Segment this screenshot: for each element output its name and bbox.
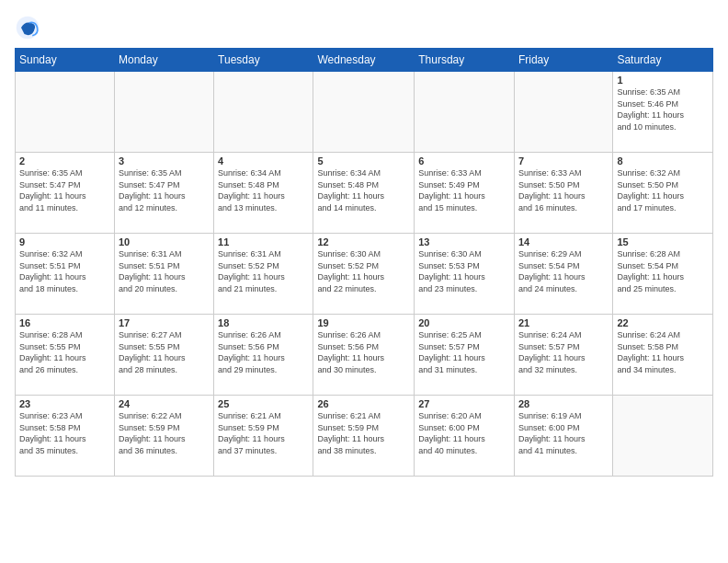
day-info: Sunrise: 6:23 AM Sunset: 5:58 PM Dayligh… [19, 410, 110, 456]
day-info: Sunrise: 6:26 AM Sunset: 5:56 PM Dayligh… [218, 329, 309, 375]
day-header-tuesday: Tuesday [214, 49, 313, 72]
calendar-header-row: SundayMondayTuesdayWednesdayThursdayFrid… [16, 49, 713, 72]
day-info: Sunrise: 6:27 AM Sunset: 5:55 PM Dayligh… [119, 329, 210, 375]
day-number: 10 [119, 236, 210, 247]
day-info: Sunrise: 6:31 AM Sunset: 5:51 PM Dayligh… [119, 248, 210, 294]
calendar-table: SundayMondayTuesdayWednesdayThursdayFrid… [15, 48, 713, 477]
day-info: Sunrise: 6:32 AM Sunset: 5:50 PM Dayligh… [617, 167, 709, 213]
day-header-friday: Friday [514, 49, 613, 72]
day-info: Sunrise: 6:21 AM Sunset: 5:59 PM Dayligh… [317, 410, 410, 456]
day-number: 13 [418, 236, 510, 247]
day-number: 7 [518, 155, 609, 167]
day-info: Sunrise: 6:24 AM Sunset: 5:57 PM Dayligh… [518, 329, 609, 375]
calendar-day [415, 72, 515, 153]
day-header-sunday: Sunday [16, 49, 115, 72]
calendar-day: 9Sunrise: 6:32 AM Sunset: 5:51 PM Daylig… [16, 234, 115, 315]
calendar-day: 28Sunrise: 6:19 AM Sunset: 6:00 PM Dayli… [514, 396, 613, 477]
day-number: 22 [617, 317, 709, 328]
calendar-day [514, 72, 613, 153]
calendar-day: 3Sunrise: 6:35 AM Sunset: 5:47 PM Daylig… [114, 153, 213, 234]
calendar-day: 1Sunrise: 6:35 AM Sunset: 5:46 PM Daylig… [613, 72, 713, 153]
day-header-thursday: Thursday [415, 49, 515, 72]
day-info: Sunrise: 6:24 AM Sunset: 5:58 PM Dayligh… [617, 329, 709, 375]
day-info: Sunrise: 6:31 AM Sunset: 5:52 PM Dayligh… [218, 248, 309, 294]
day-header-monday: Monday [114, 49, 213, 72]
calendar-day [613, 396, 713, 477]
calendar-day: 10Sunrise: 6:31 AM Sunset: 5:51 PM Dayli… [114, 234, 213, 315]
day-info: Sunrise: 6:30 AM Sunset: 5:53 PM Dayligh… [418, 248, 510, 294]
day-info: Sunrise: 6:35 AM Sunset: 5:47 PM Dayligh… [19, 167, 110, 213]
day-info: Sunrise: 6:33 AM Sunset: 5:49 PM Dayligh… [418, 167, 510, 213]
day-info: Sunrise: 6:29 AM Sunset: 5:54 PM Dayligh… [518, 248, 609, 294]
day-number: 5 [317, 155, 410, 167]
day-number: 15 [617, 236, 709, 247]
calendar-day: 8Sunrise: 6:32 AM Sunset: 5:50 PM Daylig… [613, 153, 713, 234]
day-number: 1 [617, 75, 709, 86]
day-number: 20 [418, 317, 510, 328]
calendar-day: 7Sunrise: 6:33 AM Sunset: 5:50 PM Daylig… [514, 153, 613, 234]
calendar-day [114, 72, 213, 153]
calendar-day: 4Sunrise: 6:34 AM Sunset: 5:48 PM Daylig… [214, 153, 313, 234]
calendar-day: 19Sunrise: 6:26 AM Sunset: 5:56 PM Dayli… [313, 315, 415, 396]
calendar-week-3: 9Sunrise: 6:32 AM Sunset: 5:51 PM Daylig… [16, 234, 713, 315]
day-number: 12 [317, 236, 410, 247]
day-number: 14 [518, 236, 609, 247]
calendar-week-5: 23Sunrise: 6:23 AM Sunset: 5:58 PM Dayli… [16, 396, 713, 477]
day-info: Sunrise: 6:30 AM Sunset: 5:52 PM Dayligh… [317, 248, 410, 294]
calendar-day: 23Sunrise: 6:23 AM Sunset: 5:58 PM Dayli… [16, 396, 115, 477]
day-number: 6 [418, 155, 510, 167]
calendar-day: 16Sunrise: 6:28 AM Sunset: 5:55 PM Dayli… [16, 315, 115, 396]
calendar-day [16, 72, 115, 153]
calendar-day: 18Sunrise: 6:26 AM Sunset: 5:56 PM Dayli… [214, 315, 313, 396]
logo-icon [15, 15, 40, 40]
day-info: Sunrise: 6:26 AM Sunset: 5:56 PM Dayligh… [317, 329, 410, 375]
calendar-day: 21Sunrise: 6:24 AM Sunset: 5:57 PM Dayli… [514, 315, 613, 396]
day-info: Sunrise: 6:19 AM Sunset: 6:00 PM Dayligh… [518, 410, 609, 456]
day-number: 16 [19, 317, 110, 328]
day-number: 19 [317, 317, 410, 328]
day-info: Sunrise: 6:34 AM Sunset: 5:48 PM Dayligh… [218, 167, 309, 213]
calendar-day: 25Sunrise: 6:21 AM Sunset: 5:59 PM Dayli… [214, 396, 313, 477]
calendar-day: 12Sunrise: 6:30 AM Sunset: 5:52 PM Dayli… [313, 234, 415, 315]
day-info: Sunrise: 6:35 AM Sunset: 5:46 PM Dayligh… [617, 86, 709, 132]
calendar-day: 2Sunrise: 6:35 AM Sunset: 5:47 PM Daylig… [16, 153, 115, 234]
day-number: 23 [19, 398, 110, 409]
day-number: 18 [218, 317, 309, 328]
calendar-day: 14Sunrise: 6:29 AM Sunset: 5:54 PM Dayli… [514, 234, 613, 315]
logo [15, 15, 42, 40]
day-info: Sunrise: 6:25 AM Sunset: 5:57 PM Dayligh… [418, 329, 510, 375]
day-info: Sunrise: 6:33 AM Sunset: 5:50 PM Dayligh… [518, 167, 609, 213]
day-info: Sunrise: 6:34 AM Sunset: 5:48 PM Dayligh… [317, 167, 410, 213]
day-number: 27 [418, 398, 510, 409]
day-number: 8 [617, 155, 709, 167]
day-number: 4 [218, 155, 309, 167]
day-number: 25 [218, 398, 309, 409]
calendar-day: 24Sunrise: 6:22 AM Sunset: 5:59 PM Dayli… [114, 396, 213, 477]
calendar-week-2: 2Sunrise: 6:35 AM Sunset: 5:47 PM Daylig… [16, 153, 713, 234]
day-number: 11 [218, 236, 309, 247]
header [15, 11, 713, 40]
day-number: 17 [119, 317, 210, 328]
calendar-day [313, 72, 415, 153]
calendar-week-1: 1Sunrise: 6:35 AM Sunset: 5:46 PM Daylig… [16, 72, 713, 153]
day-info: Sunrise: 6:28 AM Sunset: 5:54 PM Dayligh… [617, 248, 709, 294]
calendar-day: 5Sunrise: 6:34 AM Sunset: 5:48 PM Daylig… [313, 153, 415, 234]
day-number: 24 [119, 398, 210, 409]
day-number: 26 [317, 398, 410, 409]
calendar-day: 22Sunrise: 6:24 AM Sunset: 5:58 PM Dayli… [613, 315, 713, 396]
calendar-day: 26Sunrise: 6:21 AM Sunset: 5:59 PM Dayli… [313, 396, 415, 477]
calendar-day: 17Sunrise: 6:27 AM Sunset: 5:55 PM Dayli… [114, 315, 213, 396]
day-number: 2 [19, 155, 110, 167]
day-info: Sunrise: 6:22 AM Sunset: 5:59 PM Dayligh… [119, 410, 210, 456]
day-info: Sunrise: 6:21 AM Sunset: 5:59 PM Dayligh… [218, 410, 309, 456]
day-header-saturday: Saturday [613, 49, 713, 72]
calendar-day: 20Sunrise: 6:25 AM Sunset: 5:57 PM Dayli… [415, 315, 515, 396]
calendar-day: 6Sunrise: 6:33 AM Sunset: 5:49 PM Daylig… [415, 153, 515, 234]
calendar-day: 11Sunrise: 6:31 AM Sunset: 5:52 PM Dayli… [214, 234, 313, 315]
day-info: Sunrise: 6:20 AM Sunset: 6:00 PM Dayligh… [418, 410, 510, 456]
day-number: 28 [518, 398, 609, 409]
day-info: Sunrise: 6:35 AM Sunset: 5:47 PM Dayligh… [119, 167, 210, 213]
calendar-day: 13Sunrise: 6:30 AM Sunset: 5:53 PM Dayli… [415, 234, 515, 315]
day-header-wednesday: Wednesday [313, 49, 415, 72]
day-number: 9 [19, 236, 110, 247]
